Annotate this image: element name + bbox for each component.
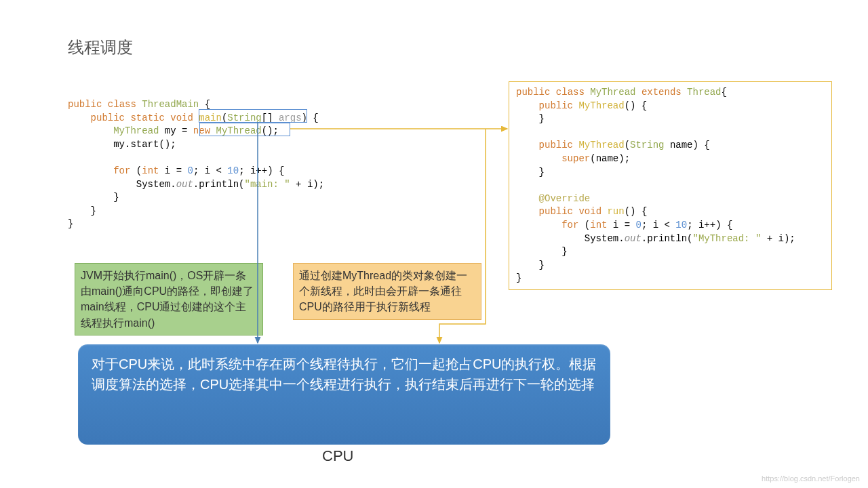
cpu-description-panel: 对于CPU来说，此时系统中存在两个线程待执行，它们一起抢占CPU的执行权。根据调… xyxy=(78,344,610,445)
highlight-new-mythread xyxy=(199,123,290,136)
orange-annotation-box: 通过创建MyThread的类对象创建一个新线程，此时由会开辟一条通往CPU的路径… xyxy=(293,263,481,320)
green-annotation-box: JVM开始执行main()，OS开辟一条由main()通向CPU的路径，即创建了… xyxy=(75,263,263,336)
cpu-label: CPU xyxy=(322,447,353,465)
code-block-mythread: public class MyThread extends Thread{ pu… xyxy=(509,81,832,290)
highlight-main-method xyxy=(199,109,307,123)
watermark: https://blog.csdn.net/Forlogen xyxy=(762,474,860,483)
page-title: 线程调度 xyxy=(68,37,133,58)
